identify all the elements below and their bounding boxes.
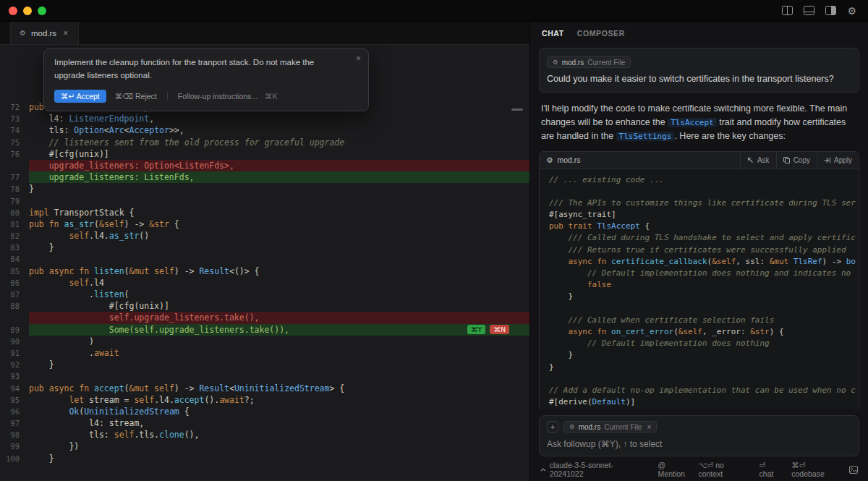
line-number xyxy=(0,312,29,323)
line-number: 90 xyxy=(0,336,29,347)
zoom-window-button[interactable] xyxy=(38,7,46,15)
code-line: 76 #[cfg(unix)] xyxy=(0,148,529,160)
chat-input-card: + ⚙ mod.rs Current File × Ask followup (… xyxy=(539,415,859,456)
line-number: 86 xyxy=(0,277,29,289)
code-line: 97 l4: stream, xyxy=(0,417,529,429)
inline-edit-popup: × Implement the cleanup function for the… xyxy=(43,48,369,111)
code-line: 86 self.l4 xyxy=(0,277,529,289)
code-line: } xyxy=(540,349,859,361)
editor-code[interactable]: 72pub(crate) struct TransportStack {73 l… xyxy=(0,101,529,464)
code-line: 75 // listeners sent from the old proces… xyxy=(0,137,529,148)
attach-image-button[interactable] xyxy=(849,466,858,474)
tab-mod-rs[interactable]: ⚙ mod.rs × xyxy=(10,22,79,44)
editor-pane: ⚙ mod.rs × × Implement the cleanup funct… xyxy=(0,22,530,481)
followup-instructions-field[interactable]: Follow-up instructions... ⌘K xyxy=(167,92,278,101)
code-line: 79 xyxy=(0,195,529,207)
settings-gear-icon[interactable]: ⚙ xyxy=(847,6,856,16)
right-panel-icon[interactable] xyxy=(825,6,836,15)
add-context-button[interactable]: + xyxy=(547,421,558,433)
line-number: 91 xyxy=(0,347,29,359)
line-number: 89 xyxy=(0,324,29,336)
diff-added-line: 77 upgrade_listeners: ListenFds, xyxy=(0,171,529,183)
minimize-window-button[interactable] xyxy=(23,7,32,15)
code-block-header: ⚙ mod.rs Ask Copy xyxy=(540,152,859,169)
copy-button-label: Copy xyxy=(793,156,810,164)
rust-file-icon: ⚙ xyxy=(553,59,558,66)
user-message-text: Could you make it easier to switch certi… xyxy=(547,73,851,86)
apply-button[interactable]: Apply xyxy=(817,152,859,169)
rust-file-icon: ⚙ xyxy=(546,156,553,164)
copy-icon xyxy=(783,157,790,163)
tab-close-icon[interactable]: × xyxy=(61,28,69,38)
bottom-panel-icon[interactable] xyxy=(804,6,814,15)
code-line: pub trait TlsAccept { xyxy=(540,221,859,232)
editor-body[interactable]: × Implement the cleanup function for the… xyxy=(0,45,529,481)
input-context-chip[interactable]: ⚙ mod.rs Current File × xyxy=(563,421,657,433)
chip-file-label: mod.rs xyxy=(579,423,601,431)
code-line: 87 .listen( xyxy=(0,289,529,300)
codebase-send-hint[interactable]: ⌘⏎ codebase xyxy=(791,461,839,478)
code-line: /// Called when certificate selection fa… xyxy=(540,315,859,326)
code-line: 88 #[cfg(unix)] xyxy=(0,300,529,312)
assistant-text-span: . Here are the key changes: xyxy=(674,131,786,141)
model-selector[interactable]: claude-3-5-sonnet-20241022 xyxy=(540,461,645,478)
ask-button[interactable]: Ask xyxy=(740,152,776,169)
rust-file-icon: ⚙ xyxy=(569,423,575,430)
code-line: } xyxy=(540,291,859,302)
mention-button[interactable]: @ Mention xyxy=(658,461,694,478)
chat-send-hint[interactable]: ⏎ chat xyxy=(760,461,782,478)
code-line: 83 } xyxy=(0,242,529,253)
line-number: 94 xyxy=(0,383,29,394)
line-number: 100 xyxy=(0,453,29,464)
line-number: 88 xyxy=(0,300,29,312)
chat-pane: CHAT COMPOSER ⚙ mod.rs Current File Coul… xyxy=(530,22,868,481)
no-context-hint[interactable]: ⌥⏎ no context xyxy=(698,461,749,478)
chat-tabbar: CHAT COMPOSER xyxy=(530,22,868,45)
chat-statusbar: claude-3-5-sonnet-20241022 @ Mention ⌥⏎ … xyxy=(530,461,868,481)
reject-hunk-badge[interactable]: ⌘N xyxy=(490,325,509,334)
line-number: 93 xyxy=(0,370,29,382)
line-number: 77 xyxy=(0,171,29,183)
line-number: 95 xyxy=(0,394,29,406)
context-chip[interactable]: ⚙ mod.rs Current File xyxy=(547,56,631,68)
accept-button[interactable]: ⌘↵ Accept xyxy=(54,90,106,103)
chat-input[interactable]: Ask followup (⌘Y), ↑ to select xyxy=(547,439,851,449)
chip-close-icon[interactable]: × xyxy=(647,423,651,431)
apply-button-label: Apply xyxy=(834,156,852,164)
ask-icon xyxy=(747,157,754,163)
code-line: 73 l4: ListenerEndpoint, xyxy=(0,113,529,124)
code-line: async fn on_cert_error(&self, _error: &s… xyxy=(540,326,859,338)
line-number: 87 xyxy=(0,289,29,300)
code-line: // Default implementation does nothing a… xyxy=(540,268,859,279)
code-line: 93 xyxy=(0,370,529,382)
line-number: 85 xyxy=(0,265,29,277)
tab-label: mod.rs xyxy=(31,29,56,38)
tab-chat[interactable]: CHAT xyxy=(542,29,564,38)
line-number: 82 xyxy=(0,230,29,242)
ask-button-label: Ask xyxy=(757,156,770,164)
tab-composer[interactable]: COMPOSER xyxy=(577,29,625,38)
popup-close-icon[interactable]: × xyxy=(356,54,361,64)
model-name: claude-3-5-sonnet-20241022 xyxy=(550,461,645,478)
copy-button[interactable]: Copy xyxy=(776,152,817,169)
line-number: 79 xyxy=(0,195,29,207)
code-line: 82 self.l4.as_str() xyxy=(0,230,529,242)
line-number: 97 xyxy=(0,417,29,429)
app-window: ⚙ ⚙ mod.rs × × Implement the cleanup fun… xyxy=(0,0,868,481)
chip-suffix-label: Current File xyxy=(604,423,642,431)
split-columns-icon[interactable] xyxy=(782,6,793,15)
line-number: 76 xyxy=(0,148,29,160)
code-line: 98 tls: self.tls.clone(), xyxy=(0,429,529,440)
followup-placeholder: Follow-up instructions... xyxy=(178,92,258,101)
window-controls xyxy=(0,7,46,15)
code-line: 74 tls: Option<Arc<Acceptor>>, xyxy=(0,124,529,136)
code-line: #[async_trait] xyxy=(540,209,859,221)
code-line: 95 let stream = self.l4.accept().await?; xyxy=(0,394,529,406)
code-block-file: ⚙ mod.rs xyxy=(546,156,581,164)
reject-button[interactable]: ⌘⌫ Reject xyxy=(115,92,157,101)
accept-hunk-badge[interactable]: ⌘Y xyxy=(467,325,485,334)
chat-code-body: // ... existing code .../// The APIs to … xyxy=(540,169,859,410)
close-window-button[interactable] xyxy=(9,7,17,15)
line-number: 74 xyxy=(0,124,29,136)
code-line: /// The APIs to customize things like ce… xyxy=(540,197,859,209)
